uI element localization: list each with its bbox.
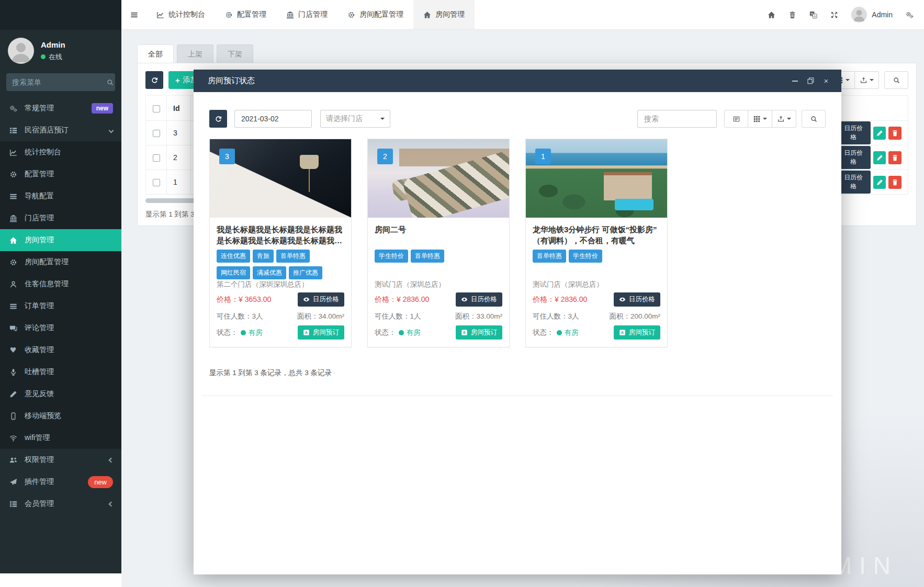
minimize-icon[interactable]	[788, 74, 802, 88]
new-badge: new	[92, 103, 113, 114]
comments-icon	[8, 324, 18, 332]
rocket-icon	[8, 478, 18, 486]
user-status-label: 在线	[49, 52, 62, 62]
columns-button[interactable]	[748, 110, 772, 128]
delete-button[interactable]	[888, 176, 902, 189]
fullscreen-icon[interactable]	[830, 11, 838, 19]
home-icon	[423, 11, 431, 19]
home-icon[interactable]	[768, 11, 775, 19]
calendar-price-button[interactable]: 日历价格	[298, 292, 344, 307]
sidebar-item-stores[interactable]: 门店管理	[0, 207, 121, 229]
row-checkbox[interactable]	[153, 179, 160, 186]
svg-text:A: A	[621, 330, 624, 335]
sidebar-item-favorites[interactable]: ♥ 收藏管理	[0, 339, 121, 361]
sidebar-item-dashboard[interactable]: 统计控制台	[0, 141, 121, 163]
room-card-body: 我是长标题我是长标题我是长标题我是长标题我是长标题我是长标题我是长标题我是长标题…	[210, 218, 351, 347]
price-value: ¥ 3653.00	[239, 295, 271, 303]
close-icon[interactable]: ×	[819, 74, 833, 88]
search-icon[interactable]	[107, 77, 114, 87]
sidebar-search[interactable]	[6, 73, 115, 91]
row-checkbox[interactable]	[153, 130, 160, 137]
sidebar-item-suggestions[interactable]: 意见反馈	[0, 383, 121, 405]
sidebar-item-wifi[interactable]: wifi管理	[0, 427, 121, 449]
bars-icon	[8, 302, 18, 310]
modal-toolbar: 请选择门店	[209, 110, 826, 128]
select-all-checkbox[interactable]	[153, 105, 160, 112]
export-button[interactable]	[855, 71, 879, 89]
sidebar-item-comments[interactable]: 评论管理	[0, 317, 121, 339]
chart-line-icon	[8, 149, 18, 156]
tab-listed[interactable]: 上架	[177, 44, 213, 63]
translate-icon[interactable]: 文A	[809, 11, 817, 19]
book-room-label: 房间预订	[313, 328, 339, 337]
edit-button[interactable]	[873, 127, 886, 140]
sidebar-item-label: 订单管理	[25, 301, 54, 311]
tag: 首单特惠	[276, 250, 310, 263]
book-room-label: 房间预订	[629, 328, 655, 337]
delete-button[interactable]	[888, 127, 902, 140]
search-toggle-button[interactable]	[802, 110, 826, 128]
sidebar-item-feedback-roast[interactable]: 吐槽管理	[0, 361, 121, 383]
store-select[interactable]: 请选择门店	[320, 110, 390, 128]
trash-icon[interactable]	[788, 11, 796, 19]
calendar-price-button[interactable]: 日历价格	[456, 292, 502, 307]
tag: 满减优惠	[253, 266, 286, 279]
sidebar-item-nav-config[interactable]: 导航配置	[0, 185, 121, 207]
user-menu[interactable]: Admin	[851, 7, 893, 22]
chart-line-icon	[156, 11, 164, 19]
search-input[interactable]	[637, 110, 717, 128]
tab-rooms[interactable]: 房间管理	[413, 0, 475, 29]
book-room-button[interactable]: A 房间预订	[298, 325, 344, 340]
sidebar-item-general[interactable]: 常规管理 new	[0, 97, 121, 119]
room-card[interactable]: 2 房间二号 学生特价首单特惠 测试门店（深圳总店） 价格：¥ 2836.00 …	[367, 139, 510, 347]
sidebar-item-plugins[interactable]: 插件管理 new	[0, 471, 121, 493]
gear-icon	[347, 11, 355, 19]
date-input[interactable]	[234, 110, 312, 128]
sidebar-search-input[interactable]	[12, 78, 107, 86]
tab-room-config[interactable]: 房间配置管理	[337, 0, 413, 29]
sidebar-item-orders[interactable]: 订单管理	[0, 295, 121, 317]
tab-config[interactable]: 配置管理	[215, 0, 276, 29]
delete-button[interactable]	[888, 151, 902, 164]
sidebar-item-label: wifi管理	[25, 433, 50, 443]
sidebar-item-booking-parent[interactable]: 民宿酒店预订	[0, 119, 121, 141]
avatar	[8, 38, 34, 64]
detail-view-button[interactable]	[724, 110, 748, 128]
sidebar-item-members[interactable]: 会员管理	[0, 493, 121, 515]
sidebar-item-guests[interactable]: 住客信息管理	[0, 273, 121, 295]
export-button[interactable]	[772, 110, 796, 128]
sidebar-item-permissions[interactable]: 权限管理	[0, 449, 121, 471]
sidebar-item-mobile-preview[interactable]: 移动端预览	[0, 405, 121, 427]
tab-stores[interactable]: 门店管理	[276, 0, 337, 29]
tab-unlisted[interactable]: 下架	[217, 44, 253, 63]
area-label: 面积：	[455, 312, 477, 320]
tab-all[interactable]: 全部	[137, 44, 174, 63]
calendar-price-button[interactable]: 日历价格	[614, 292, 660, 307]
sidebar-toggle-button[interactable]	[121, 0, 147, 29]
gears-icon[interactable]	[906, 11, 914, 19]
sidebar-item-label: 住客信息管理	[25, 279, 69, 289]
edit-button[interactable]	[873, 176, 886, 189]
room-card[interactable]: 1 龙华地铁3分钟步行 可做饭“投影房”（有调料），不合租，有暖气 首单特惠学生…	[525, 139, 668, 347]
microphone-icon	[8, 368, 18, 376]
room-store: 测试门店（深圳总店）	[533, 280, 660, 291]
refresh-button[interactable]	[145, 71, 163, 89]
sidebar-item-rooms[interactable]: 房间管理	[0, 229, 121, 251]
room-card[interactable]: 3 我是长标题我是长标题我是长标题我是长标题我是长标题我是长标题我是长标题我是长…	[209, 139, 352, 347]
search-toggle-button[interactable]	[884, 71, 908, 89]
refresh-button[interactable]	[209, 110, 227, 128]
edit-button[interactable]	[873, 151, 886, 164]
gear-icon	[8, 258, 18, 266]
caret-down-icon	[846, 79, 850, 81]
restore-icon[interactable]	[804, 74, 817, 88]
svg-text:A: A	[463, 330, 466, 335]
tab-dashboard[interactable]: 统计控制台	[147, 0, 215, 29]
sidebar-item-room-config[interactable]: 房间配置管理	[0, 251, 121, 273]
row-checkbox[interactable]	[153, 154, 160, 162]
sidebar-submenu: 统计控制台 配置管理 导航配置 门店管理 房间管理 房间配置管理	[0, 141, 121, 449]
modal-header[interactable]: 房间预订状态 ×	[194, 70, 841, 92]
room-tags: 学生特价首单特惠	[375, 250, 502, 280]
book-room-button[interactable]: A 房间预订	[456, 325, 502, 340]
sidebar-item-config[interactable]: 配置管理	[0, 163, 121, 185]
book-room-button[interactable]: A 房间预订	[614, 325, 660, 340]
